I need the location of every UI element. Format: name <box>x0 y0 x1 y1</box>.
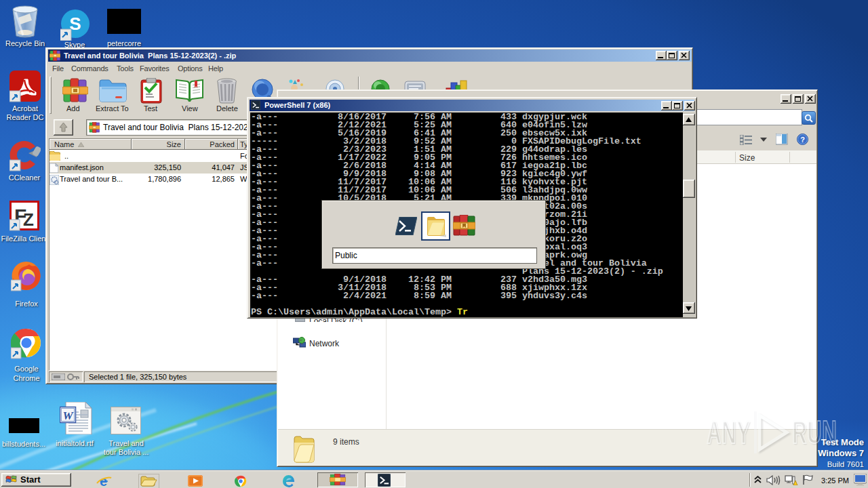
svg-text:?: ? <box>800 136 805 144</box>
svg-text:W: W <box>62 409 74 422</box>
svg-text:Z: Z <box>23 209 34 230</box>
